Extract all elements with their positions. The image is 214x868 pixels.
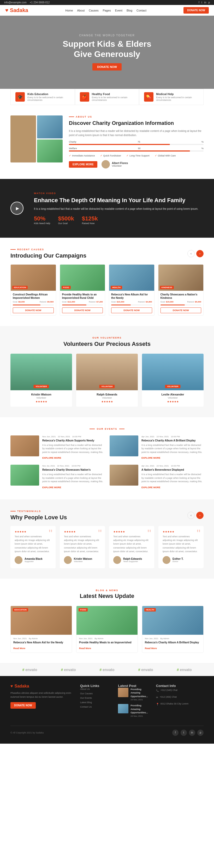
video-section: WATCH VIDEO Enhance The Depth Of Meaning… — [0, 179, 214, 238]
feature-medical-title: Medical Help — [156, 92, 199, 96]
footer-social-twitter[interactable]: t — [181, 730, 187, 736]
explore-more-button[interactable]: EXPLORE MORE — [69, 161, 97, 168]
nav-causes[interactable]: Causes — [89, 9, 98, 12]
footer-donate-button[interactable]: DONATE NOW — [10, 702, 36, 709]
hero-donate-button[interactable]: DONATE NOW — [93, 63, 121, 70]
latest-meta-1: Nov Jun, 2021 By Admin — [79, 637, 135, 640]
feature-food-desc: Every is to be welcomed in certain circu… — [92, 96, 134, 101]
campaign-meta-2: Goal: $10,000 Raised: $4,800 — [111, 301, 152, 303]
blog-meta-1: Apr Jun, 2021 22 Nov, 2021 10:00 PM — [141, 435, 204, 438]
social-twitter[interactable]: t — [202, 1, 202, 4]
blog-grid: Nov Jun, 2021 22 Nov, 2021 10:00 PM Rebe… — [10, 435, 204, 489]
progress-charity: Charity75% — [69, 141, 204, 145]
latest-news-header: BLOG & NEWS Latest News Update — [10, 589, 204, 599]
blog-explore-1[interactable]: EXPLORE MORE — [141, 457, 160, 459]
blog-explore-3[interactable]: EXPLORE MORE — [141, 486, 160, 489]
volunteers-title: Volunteers Our Precious Assets — [10, 341, 204, 347]
volunteer-role-1: Volunteer — [76, 397, 138, 399]
blog-date2-0: 22 Nov, 2021 — [58, 435, 70, 438]
read-more-1[interactable]: Read More — [79, 647, 91, 650]
testimonials-prev[interactable]: ‹ — [187, 512, 195, 519]
volunteers-header: OUR VOLUNTEERS Volunteers Our Precious A… — [10, 336, 204, 347]
stat-raised-value: $125k — [82, 215, 98, 222]
footer-social-pinterest[interactable]: p — [197, 730, 204, 736]
donate-button-1[interactable]: DONATE NOW — [62, 307, 103, 313]
latest-card-2: HEALTH Nov Jun, 2021 By Admin Rebecca's … — [142, 606, 204, 653]
footer-news-1: Providing Amazing Opportunities... 24 No… — [118, 704, 149, 718]
social-linkedin[interactable]: in — [204, 1, 207, 4]
progress-welfare-label: Welfare90% — [69, 147, 204, 150]
blog-explore-0[interactable]: EXPLORE MORE — [42, 457, 61, 459]
footer-link-4[interactable]: Contact Us — [80, 706, 112, 708]
logo-text: Sadaka — [10, 7, 28, 13]
test-text-1: Text and when sometimes adjusting etc Im… — [64, 535, 101, 554]
test-role-0: Supporter — [25, 560, 42, 563]
campaign-meta-1: Goal: $12,000 Raised: $7,200 — [62, 301, 103, 303]
feature-education-text: Kids Education Every is to be welcomed i… — [27, 92, 70, 101]
testimonials-title: Why People Love Us — [10, 514, 67, 521]
campaigns-prev-arrow[interactable]: ‹ — [187, 250, 195, 257]
footer-grid: ♥ Sadaka Phasellus ultricies aliquam era… — [10, 684, 204, 720]
nav-donate-button[interactable]: DONATE NOW — [183, 7, 209, 13]
latest-news-grid: EDUCATION Nov Jun, 2021 By Admin Rebecca… — [10, 606, 204, 653]
campaign-progress-0 — [13, 305, 54, 305]
nav-pages[interactable]: Pages — [103, 9, 111, 12]
nav-home[interactable]: Home — [65, 9, 73, 12]
nav-contact[interactable]: Contact — [137, 9, 146, 12]
campaign-badge-2: HEALTH — [111, 286, 122, 289]
footer-logo[interactable]: ♥ Sadaka — [10, 684, 74, 688]
footer-link-0[interactable]: About Us — [80, 688, 112, 690]
donate-button-3[interactable]: DONATE NOW — [160, 307, 202, 313]
blog-desc-1: It is a long established fact that a rea… — [141, 443, 204, 454]
donate-button-0[interactable]: DONATE NOW — [13, 307, 54, 313]
campaigns-header: RECENT CAUSES Introducing Our Campaigns … — [10, 248, 204, 259]
social-pinterest[interactable]: p — [208, 1, 210, 4]
volunteer-name-1: Ralph Edwards — [76, 393, 138, 396]
test-role-3: Donor — [173, 560, 183, 563]
video-tag: WATCH VIDEO — [34, 192, 204, 195]
read-more-2[interactable]: Read More — [145, 647, 157, 650]
donate-button-2[interactable]: DONATE NOW — [111, 307, 152, 313]
stat-kids: 50% Kids Need Help — [34, 215, 50, 225]
nav-about[interactable]: About — [77, 9, 85, 12]
nav-blog[interactable]: Blog — [127, 9, 132, 12]
author-info: Albert Flores Volunteer — [112, 162, 128, 167]
footer-social-linkedin[interactable]: in — [189, 730, 195, 736]
campaign-body-0: Construct Dwellings African Impoverished… — [11, 291, 56, 315]
testimonials-next[interactable]: › — [196, 512, 204, 519]
test-author-0: Amanda Black Supporter — [14, 556, 51, 564]
blog-date2-1: 22 Nov, 2021 — [156, 435, 169, 438]
nav-event[interactable]: Event — [115, 9, 122, 12]
stat-kids-label: Kids Need Help — [34, 222, 50, 225]
read-more-0[interactable]: Read More — [13, 647, 25, 650]
latest-image-0: EDUCATION — [11, 606, 72, 635]
envato-4: envato — [177, 668, 192, 672]
test-author-3: Esther T. Donor — [163, 556, 200, 564]
video-play-button[interactable] — [10, 202, 24, 215]
footer-link-3[interactable]: Latest Blog — [80, 701, 112, 704]
footer-contact-title: Contact Info — [156, 684, 204, 688]
volunteer-grid: VOLUNTEER Kristin Watson Volunteer ★★★★★… — [10, 354, 204, 407]
blog-explore-2[interactable]: EXPLORE MORE — [42, 486, 61, 489]
logo[interactable]: ♥ Sadaka — [5, 7, 28, 13]
social-facebook[interactable]: f — [199, 1, 200, 4]
latest-news-title: Latest News Update — [10, 593, 204, 599]
campaign-body-3: Charity Showcases a Nation's Kindness Go… — [158, 291, 204, 315]
footer-logo-icon: ♥ — [10, 684, 13, 688]
campaigns-next-arrow[interactable]: › — [196, 250, 204, 257]
stars-0: ★★★★★ — [14, 530, 51, 533]
testimonial-card-1: ★★★★★ Text and when sometimes adjusting … — [60, 526, 105, 568]
campaign-badge-3: KINDNESS — [160, 286, 174, 289]
latest-title-1: Provide Healthy Meals to an Impoverished — [79, 641, 135, 644]
test-avatar-0 — [14, 556, 23, 564]
blog-title-2: Rebecca's Charity Showcases Nation's — [42, 468, 104, 472]
footer-social-facebook[interactable]: f — [172, 730, 179, 736]
stat-raised-label: Raised Now — [82, 222, 98, 225]
medical-icon: 💊 — [144, 92, 153, 102]
author-role: Volunteer — [112, 164, 128, 167]
envato-1: envato — [61, 668, 76, 672]
navbar: ♥ Sadaka Home About Causes Pages Event B… — [0, 5, 214, 16]
footer-link-2[interactable]: Our Events — [80, 696, 112, 699]
feature-medical-desc: Every is to be welcomed in certain circu… — [156, 96, 199, 101]
footer-link-1[interactable]: Our Causes — [80, 692, 112, 695]
